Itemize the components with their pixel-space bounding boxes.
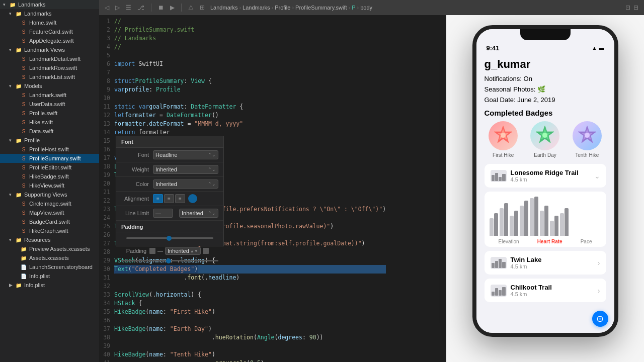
sidebar-item-label: Hike.swift xyxy=(29,119,53,125)
trail-bar xyxy=(492,292,495,296)
code-line: ScrollView(.horizontal) { xyxy=(114,291,386,299)
weight-select[interactable]: Inherited ⌃⌄ xyxy=(153,165,218,174)
branch-icon[interactable]: ⎇ xyxy=(136,3,146,12)
folder-icon: 📁 xyxy=(20,254,27,261)
line-limit-dash[interactable]: — xyxy=(153,209,173,218)
sidebar-item-appdelegate-swift[interactable]: S AppDelegate.swift xyxy=(0,36,99,45)
alignment-more-button[interactable] xyxy=(188,194,197,203)
sidebar-item-profile-swift[interactable]: S Profile.swift xyxy=(0,109,99,118)
sidebar-item-profileeditor[interactable]: S ProfileEditor.swift xyxy=(0,163,99,172)
code-line: struct ProfileSummary: View { xyxy=(114,77,386,85)
menu-icon[interactable]: ☰ xyxy=(124,3,133,12)
sidebar-item-label: Profile.swift xyxy=(29,110,57,116)
toolbar-icons: ◁ ▷ ☰ ⎇ ⏹ ▶ ⚠ ⊞ xyxy=(103,3,206,12)
sidebar-item-label: LandmarkList.swift xyxy=(29,74,75,80)
sidebar-item-hike-swift[interactable]: S Hike.swift xyxy=(0,118,99,127)
color-select[interactable]: Inherited ⌃⌄ xyxy=(153,179,218,189)
stop-icon[interactable]: ⏹ xyxy=(156,3,166,12)
sidebar-item-models-folder[interactable]: ▾ 📁 Models xyxy=(0,81,99,90)
chart-bar xyxy=(520,206,524,236)
trail-chevron-icon[interactable]: › xyxy=(598,259,600,267)
code-line: import SwiftUI xyxy=(114,60,386,68)
sidebar-item-hikeview[interactable]: S HikeView.swift xyxy=(0,181,99,190)
inspector-toggle-icon[interactable]: ⊡ xyxy=(624,3,632,12)
divider xyxy=(181,4,182,12)
trail-chevron-icon2[interactable]: › xyxy=(598,287,600,295)
sidebar-item-landmark-views-folder[interactable]: ▾ 📁 Landmark Views xyxy=(0,45,99,54)
bar-group xyxy=(490,213,498,236)
sidebar-item-landmark-swift[interactable]: S Landmark.swift xyxy=(0,90,99,100)
forward-icon[interactable]: ▷ xyxy=(114,3,121,12)
badge-circle-tenth xyxy=(573,121,602,150)
folder-icon: 📁 xyxy=(20,245,27,252)
folder-icon: 📁 xyxy=(15,137,22,144)
bar-group xyxy=(540,206,548,236)
grid-icon[interactable]: ⊞ xyxy=(198,3,206,12)
code-line: HikeBadge(name: "First Hike") xyxy=(114,308,386,316)
sidebar-item-badgecard[interactable]: S BadgeCard.swift xyxy=(0,217,99,226)
breadcrumb-landmarks1[interactable]: Landmarks xyxy=(210,5,237,11)
code-line: HikeBadge(name: "Earth Day") xyxy=(114,325,386,333)
sidebar-item-userdata-swift[interactable]: S UserData.swift xyxy=(0,100,99,109)
breadcrumb-profilesummary[interactable]: ProfileSummary.swift xyxy=(295,5,347,11)
breadcrumb-p[interactable]: P xyxy=(352,5,355,11)
sidebar-item-featurecard-swift[interactable]: S FeatureCard.swift xyxy=(0,27,99,36)
sidebar-item-products-folder[interactable]: ▶ 📁 Info.plist xyxy=(0,281,99,290)
folder-icon: 📁 xyxy=(15,10,22,17)
padding-top-slider[interactable] xyxy=(121,234,218,243)
align-left-button[interactable]: ≡ xyxy=(153,194,163,203)
align-center-button[interactable]: ≡ xyxy=(164,194,174,203)
sidebar-item-home-swift[interactable]: S Home.swift xyxy=(0,18,99,27)
sidebar-item-hikebadge[interactable]: S HikeBadge.swift xyxy=(0,172,99,181)
chart-bars xyxy=(490,197,601,237)
sidebar-item-profilehost[interactable]: S ProfileHost.swift xyxy=(0,145,99,154)
badge-label-tenth: Tenth Hike xyxy=(575,152,599,158)
dropdown-arrow-icon: ⌃⌄ xyxy=(208,182,216,187)
sidebar-item-preview-assets[interactable]: 📁 Preview Assets.xcassets xyxy=(0,244,99,253)
sidebar-item-hikegraph[interactable]: S HikeGraph.swift xyxy=(0,226,99,235)
swift-icon: S xyxy=(20,128,27,135)
padding-value-select[interactable]: Inherited ▲▼ xyxy=(165,247,201,255)
chart-tab-pace[interactable]: Pace xyxy=(581,239,592,244)
sidebar-item-supporting-folder[interactable]: ▾ 📁 Supporting Views xyxy=(0,190,99,199)
folder-icon: 📁 xyxy=(15,191,22,198)
sidebar-item-landmarklist[interactable]: S LandmarkList.swift xyxy=(0,72,99,81)
sidebar-item-infoplist[interactable]: 📄 Info.plist xyxy=(0,272,99,281)
svg-point-2 xyxy=(501,133,506,138)
sidebar-item-launchscreen[interactable]: 📄 LaunchScreen.storyboard xyxy=(0,262,99,272)
sidebar-item-mapview[interactable]: S MapView.swift xyxy=(0,208,99,217)
layout-icon[interactable]: ⊟ xyxy=(632,3,640,12)
run-icon[interactable]: ▶ xyxy=(169,3,176,12)
chart-tab-elevation[interactable]: Elevation xyxy=(499,239,519,244)
sidebar-item-landmarkrow[interactable]: S LandmarkRow.swift xyxy=(0,63,99,72)
swift-icon: S xyxy=(20,173,27,180)
padding-bottom-slider[interactable] xyxy=(121,260,218,261)
breadcrumb-profile[interactable]: Profile xyxy=(275,5,290,11)
swift-icon: S xyxy=(20,182,27,189)
code-line: // ProfileSummary.swift xyxy=(114,26,386,34)
back-icon[interactable]: ◁ xyxy=(103,3,111,12)
swift-icon: S xyxy=(20,55,27,62)
code-line xyxy=(114,316,386,325)
sidebar-item-landmarkdetail[interactable]: S LandmarkDetail.swift xyxy=(0,54,99,63)
breadcrumb-landmarks2[interactable]: Landmarks xyxy=(243,5,270,11)
chart-tab-heartrate[interactable]: Heart Rate xyxy=(537,239,562,244)
profile-username: g_kumar xyxy=(485,58,606,71)
sidebar-item-data-swift[interactable]: S Data.swift xyxy=(0,127,99,136)
sidebar-item-assets[interactable]: 📁 Assets.xcassets xyxy=(0,253,99,262)
sidebar-item-profilesummary[interactable]: S ProfileSummary.swift xyxy=(0,154,99,163)
sidebar-item-label: Preview Assets.xcassets xyxy=(29,246,90,252)
code-line xyxy=(114,68,386,77)
sidebar-item-landmarks-folder[interactable]: ▾ 📁 Landmarks xyxy=(0,9,99,18)
sidebar-item-circleimage[interactable]: S CircleImage.swift xyxy=(0,199,99,208)
breadcrumb-body[interactable]: body xyxy=(360,5,372,11)
warning-icon[interactable]: ⚠ xyxy=(187,3,195,12)
line-limit-select[interactable]: Inherited ⌃⌄ xyxy=(179,209,218,218)
align-right-button[interactable]: ≡ xyxy=(175,194,185,203)
fab-button[interactable]: ⊙ xyxy=(592,311,608,327)
sidebar-item-resources-folder[interactable]: ▾ 📁 Resources xyxy=(0,235,99,244)
sidebar-item-profile-folder[interactable]: ▾ 📁 Profile xyxy=(0,136,99,145)
font-select[interactable]: Headline ⌃⌄ xyxy=(153,150,218,159)
sidebar-root[interactable]: ▾ 📁 Landmarks xyxy=(0,0,99,9)
trail-expand-icon[interactable]: ⌄ xyxy=(594,172,600,180)
